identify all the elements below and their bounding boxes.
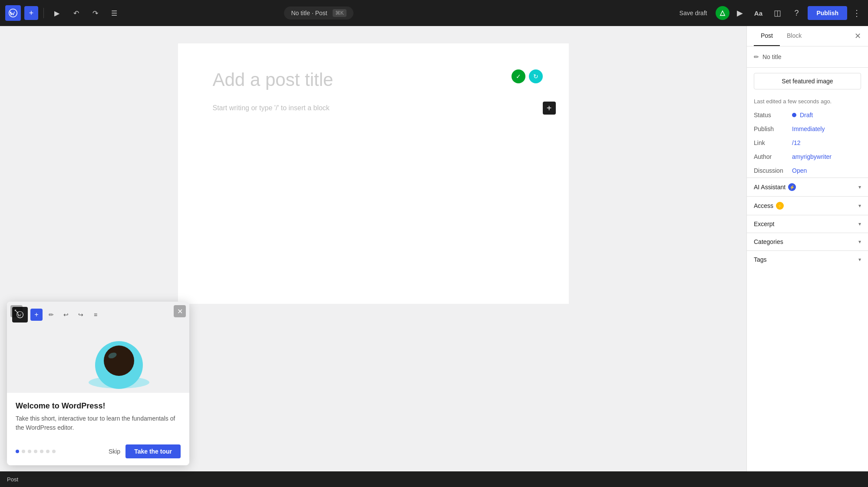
tab-post[interactable]: Post (754, 26, 780, 46)
discussion-row: Discussion Open (747, 164, 868, 178)
block-placeholder-text: Start writing or type '/' to insert a bl… (213, 104, 330, 112)
access-chevron-icon: ▾ (858, 203, 861, 209)
shortcut-badge: ⌘K (333, 9, 347, 17)
save-draft-btn[interactable]: Save draft (674, 7, 713, 19)
coffee-illustration (84, 326, 154, 393)
cursor-icon: ▶ (54, 9, 59, 17)
tab-block[interactable]: Block (780, 26, 809, 46)
tags-label: Tags (754, 256, 767, 263)
publish-value[interactable]: Immediately (792, 125, 825, 132)
post-title-input[interactable] (213, 69, 534, 90)
add-block-inline-btn[interactable]: + (543, 102, 556, 115)
typography-btn[interactable]: Aa (750, 5, 766, 21)
author-value[interactable]: amyrigbywriter (792, 153, 832, 160)
help-btn[interactable]: ? (789, 5, 804, 21)
take-tour-btn[interactable]: Take the tour (125, 444, 181, 458)
excerpt-header[interactable]: Excerpt ▾ (747, 215, 868, 233)
add-block-btn[interactable]: + (24, 6, 38, 20)
link-value[interactable]: /12 (792, 139, 800, 146)
access-bolt-icon: ⚡ (776, 202, 784, 210)
right-sidebar: Post Block ✕ ✏ No title Set featured ima… (746, 26, 868, 487)
excerpt-section: Excerpt ▾ (747, 215, 868, 233)
editor-canvas: ✓ ↻ Start writing or type '/' to insert … (178, 43, 569, 304)
excerpt-chevron-icon: ▾ (858, 221, 861, 227)
title-pill[interactable]: No title · Post ⌘K (284, 7, 353, 20)
discussion-value[interactable]: Open (792, 167, 807, 174)
dot-2 (22, 450, 25, 453)
discussion-label: Discussion (754, 167, 789, 174)
ai-assistant-label: AI Assistant (754, 184, 785, 191)
welcome-popup: + ✏ ↩ ↪ ≡ ⤡ ✕ Welcome to (7, 302, 189, 465)
categories-header[interactable]: Categories ▾ (747, 233, 868, 250)
skip-btn[interactable]: Skip (109, 448, 120, 455)
set-featured-image-btn[interactable]: Set featured image (754, 73, 861, 89)
access-header[interactable]: Access ⚡ ▾ (747, 197, 868, 215)
categories-label: Categories (754, 238, 783, 245)
typography-icon: Aa (754, 10, 762, 17)
categories-section: Categories ▾ (747, 233, 868, 250)
mini-add-btn: + (30, 309, 43, 321)
more-icon: ⋮ (852, 8, 861, 18)
editor-float-icons: ✓ ↻ (512, 69, 543, 83)
sidebar-toggle-btn[interactable]: ◫ (769, 5, 785, 21)
block-placeholder-wrapper: Start writing or type '/' to insert a bl… (213, 104, 534, 112)
redo-btn[interactable]: ↷ (87, 5, 103, 21)
wp-logo[interactable] (5, 5, 21, 21)
dot-1 (16, 450, 19, 453)
dot-6 (46, 450, 50, 453)
select-tool-btn[interactable]: ▶ (49, 5, 65, 21)
list-icon: ☰ (111, 9, 117, 17)
link-row: Link /12 (747, 136, 868, 150)
plus-icon: + (29, 9, 34, 18)
toolbar-right: Save draft ▶ Aa ◫ ? Publish ⋮ (674, 5, 863, 21)
ai-assistant-section: AI Assistant ⚡ ▾ (747, 178, 868, 196)
status-bar: Post (0, 471, 868, 487)
publish-label: Publish (754, 125, 789, 132)
sidebar-tabs: Post Block ✕ (747, 26, 868, 46)
popup-close-icon: ✕ (177, 307, 183, 316)
mini-redo-icon: ↪ (75, 309, 87, 321)
author-row: Author amyrigbywriter (747, 150, 868, 164)
teal-float-icon[interactable]: ↻ (529, 69, 543, 83)
more-options-btn[interactable]: ⋮ (851, 6, 863, 20)
ai-bolt-icon: ⚡ (788, 183, 796, 191)
status-label: Status (754, 112, 789, 118)
popup-dots (16, 450, 56, 453)
categories-chevron-icon: ▾ (858, 239, 861, 245)
ai-assistant-header[interactable]: AI Assistant ⚡ ▾ (747, 178, 868, 196)
undo-btn[interactable]: ↶ (68, 5, 84, 21)
popup-close-btn[interactable]: ✕ (174, 305, 186, 317)
mini-list-icon: ≡ (89, 309, 102, 321)
sidebar-close-btn[interactable]: ✕ (855, 26, 861, 46)
status-dot (792, 113, 796, 117)
popup-mini-toolbar: + ✏ ↩ ↪ ≡ (12, 307, 102, 322)
plus-inline-icon: + (547, 103, 552, 113)
dot-4 (34, 450, 37, 453)
jetpack-icon[interactable] (716, 6, 729, 20)
mini-pencil-icon: ✏ (45, 309, 57, 321)
tags-header[interactable]: Tags ▾ (747, 251, 868, 268)
tags-chevron-icon: ▾ (858, 257, 861, 263)
publish-btn[interactable]: Publish (808, 6, 847, 20)
dot-3 (28, 450, 31, 453)
popup-preview: + ✏ ↩ ↪ ≡ ⤡ ✕ (7, 302, 189, 393)
access-label: Access (754, 202, 773, 209)
green-float-icon[interactable]: ✓ (512, 69, 525, 83)
expand-icon: ⤡ (14, 308, 19, 315)
play-icon: ▶ (737, 8, 743, 18)
preview-btn[interactable]: ▶ (733, 6, 747, 20)
separator (43, 8, 44, 18)
list-view-btn[interactable]: ☰ (106, 5, 122, 21)
popup-title: Welcome to WordPress! (16, 401, 181, 411)
svg-point-2 (104, 346, 134, 376)
close-icon: ✕ (855, 31, 861, 41)
popup-expand-btn[interactable]: ⤡ (10, 305, 23, 317)
dot-7 (52, 450, 56, 453)
tags-section: Tags ▾ (747, 250, 868, 268)
excerpt-label: Excerpt (754, 220, 774, 227)
sidebar-icon: ◫ (774, 8, 781, 18)
sidebar-post-title-row: ✏ No title (747, 46, 868, 68)
block-placeholder[interactable]: Start writing or type '/' to insert a bl… (213, 104, 534, 112)
status-value: Draft (792, 112, 813, 118)
publish-row: Publish Immediately (747, 122, 868, 136)
